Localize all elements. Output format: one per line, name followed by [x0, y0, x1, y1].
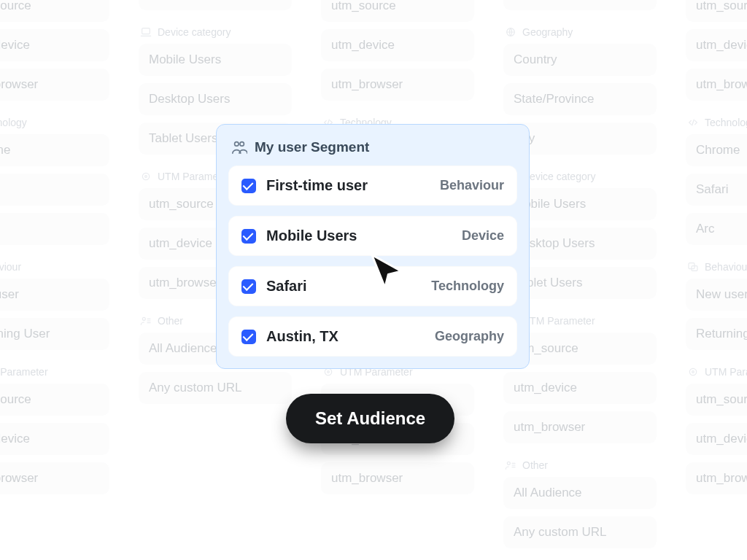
svg-point-44 — [689, 368, 696, 375]
checkbox-icon[interactable] — [241, 179, 256, 193]
bg-section-header-tech: Technology — [687, 117, 747, 128]
bg-option: Any custom URL — [139, 0, 292, 10]
svg-point-14 — [145, 176, 147, 178]
bg-option: Returning User — [0, 318, 109, 350]
segment-label: First-time user — [266, 177, 368, 194]
bg-option: utm_source — [0, 0, 109, 22]
svg-rect-43 — [692, 266, 697, 271]
svg-point-35 — [507, 462, 510, 464]
segment-row[interactable]: Mobile Users Device — [228, 216, 517, 256]
bg-option: Chrome — [0, 134, 109, 166]
device-icon — [140, 26, 152, 38]
bg-option: utm_source — [686, 0, 747, 22]
utm-icon — [140, 171, 152, 182]
svg-point-47 — [240, 142, 244, 147]
other-icon — [505, 459, 516, 471]
bg-option: All Audience — [503, 477, 657, 509]
svg-rect-42 — [689, 263, 694, 269]
bg-section-header-utm: UTM Parameter — [687, 366, 747, 378]
svg-point-15 — [142, 317, 145, 320]
bg-option: Any custom URL — [503, 516, 657, 548]
bg-option: Safari — [686, 174, 747, 206]
bg-option: utm_device — [686, 423, 747, 455]
user-segment-card: My user Segment First-time user Behaviou… — [216, 124, 530, 369]
bg-option: utm_browser — [0, 462, 109, 494]
svg-line-41 — [692, 120, 694, 125]
bg-section-header-behaviour: Behaviour — [687, 261, 747, 273]
segment-title: My user Segment — [255, 139, 369, 155]
bg-option: utm_browser — [503, 411, 657, 443]
bg-option: Arc — [686, 213, 747, 245]
segment-row[interactable]: Austin, TX Geography — [228, 316, 517, 357]
bg-option: Arc — [0, 213, 109, 245]
bg-section-header-tech: Technology — [0, 117, 109, 128]
utm-icon — [687, 366, 699, 378]
segment-label: Austin, TX — [266, 328, 338, 345]
bg-option: utm_source — [686, 384, 747, 416]
segment-card-header: My user Segment — [228, 136, 517, 166]
segment-label: Mobile Users — [266, 228, 357, 244]
segment-row[interactable]: First-time user Behaviour — [228, 166, 517, 206]
users-icon — [231, 139, 247, 155]
svg-point-30 — [507, 28, 515, 36]
svg-point-46 — [235, 142, 239, 147]
bg-option: State/Province — [503, 83, 657, 115]
bg-option: Country — [503, 44, 657, 76]
svg-rect-11 — [142, 28, 150, 34]
bg-section-header-device: Device category — [140, 26, 292, 38]
bg-option: New user — [686, 279, 747, 311]
bg-option: Safari — [0, 174, 109, 206]
checkbox-icon[interactable] — [241, 279, 256, 294]
bg-option: utm_device — [0, 423, 109, 455]
bg-option: utm_source — [0, 384, 109, 416]
set-audience-label: Set Audience — [315, 408, 425, 428]
checkbox-icon[interactable] — [241, 330, 256, 344]
checkbox-icon[interactable] — [241, 229, 256, 244]
bg-option: Any custom URL — [503, 0, 657, 10]
bg-option: utm_browser — [0, 69, 109, 101]
segment-category: Technology — [431, 279, 504, 294]
behaviour-icon — [687, 261, 699, 273]
bg-section-header-geo: Geography — [505, 26, 657, 38]
bg-option: Chrome — [686, 134, 747, 166]
svg-point-45 — [692, 371, 694, 373]
tech-icon — [687, 117, 699, 128]
bg-option: utm_device — [0, 29, 109, 61]
bg-option: Any custom URL — [139, 372, 292, 404]
bg-option: Mobile Users — [139, 44, 292, 76]
segment-category: Geography — [435, 329, 504, 344]
svg-point-24 — [325, 368, 331, 375]
bg-option: New user — [0, 279, 109, 311]
segment-category: Behaviour — [440, 178, 504, 193]
bg-option: utm_browser — [321, 462, 474, 494]
bg-section-header-behaviour: Behaviour — [0, 261, 109, 273]
bg-option: utm_source — [321, 0, 474, 22]
bg-option: utm_device — [321, 29, 474, 61]
bg-section-header-utm: UTM Parameter — [0, 366, 109, 378]
bg-option: utm_browser — [686, 462, 747, 494]
svg-point-13 — [142, 173, 149, 179]
segment-row[interactable]: Safari Technology — [228, 266, 517, 306]
svg-point-25 — [328, 371, 330, 373]
bg-option: utm_device — [503, 372, 657, 404]
geo-icon — [505, 26, 516, 38]
bg-option: utm_device — [686, 29, 747, 61]
bg-section-header-other: Other — [505, 459, 657, 471]
other-icon — [140, 315, 152, 327]
bg-option: utm_browser — [686, 69, 747, 101]
set-audience-button[interactable]: Set Audience — [286, 394, 454, 443]
bg-option: Returning User — [686, 318, 747, 350]
bg-option: Desktop Users — [139, 83, 292, 115]
bg-option: utm_browser — [321, 69, 474, 101]
segment-category: Device — [462, 228, 504, 244]
segment-label: Safari — [266, 278, 307, 295]
